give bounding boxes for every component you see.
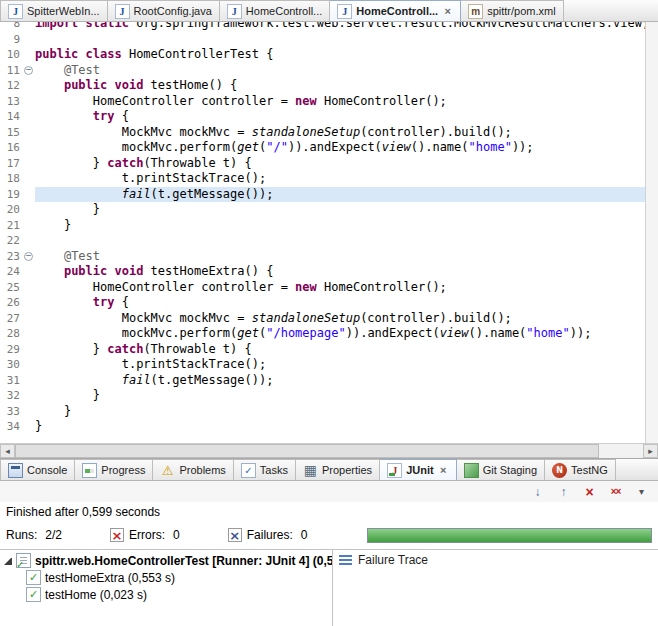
code-line[interactable]: 22 <box>0 233 645 249</box>
code-line[interactable]: 33 } <box>0 404 645 420</box>
fold-spacer <box>22 171 35 187</box>
code-line[interactable]: 8import static org.springframework.test.… <box>0 22 645 32</box>
fold-minus-icon[interactable] <box>24 66 33 75</box>
editor-tab[interactable]: SpitterWebIn... <box>0 0 108 21</box>
code-text: HomeController controller = new HomeCont… <box>35 280 645 296</box>
line-number: 32 <box>0 388 22 404</box>
overview-ruler[interactable] <box>645 22 658 443</box>
tab-label: Properties <box>322 464 372 476</box>
runs-value: 2/2 <box>45 528 62 542</box>
editor-tab[interactable]: RootConfig.java <box>108 0 220 21</box>
code-line[interactable]: 26 try { <box>0 295 645 311</box>
tab-label: Progress <box>101 464 145 476</box>
fold-spacer <box>22 295 35 311</box>
junit-counter-bar: Runs: 2/2 Errors: 0 Failures: 0 <box>0 521 658 549</box>
line-number: 19 <box>0 187 22 203</box>
java-icon <box>337 4 352 19</box>
code-text: mockMvc.perform(get("/")).andExpect(view… <box>35 140 645 156</box>
code-text: } <box>35 218 645 234</box>
line-number: 18 <box>0 171 22 187</box>
editor-horizontal-scrollbar[interactable] <box>0 443 658 458</box>
fold-minus-icon[interactable] <box>24 252 33 261</box>
line-number: 10 <box>0 47 22 63</box>
junit-progress-bar <box>367 528 652 543</box>
code-line[interactable]: 17 } catch(Throwable t) { <box>0 156 645 172</box>
editor-tabbar: SpitterWebIn...RootConfig.javaHomeContro… <box>0 0 658 22</box>
fold-spacer <box>22 280 35 296</box>
expand-arrow-icon[interactable] <box>4 557 12 565</box>
junit-icon <box>387 463 402 478</box>
editor-tab[interactable]: HomeControll... <box>220 0 330 21</box>
code-line[interactable]: 18 t.printStackTrace(); <box>0 171 645 187</box>
code-line[interactable]: 31 fail(t.getMessage()); <box>0 373 645 389</box>
code-line[interactable]: 9 <box>0 32 645 48</box>
code-line[interactable]: 25 HomeController controller = new HomeC… <box>0 280 645 296</box>
scrollbar-thumb[interactable] <box>15 444 599 458</box>
scroll-right-arrow-icon[interactable] <box>643 444 658 458</box>
test-suite-row[interactable]: spittr.web.HomeControllerTest [Runner: J… <box>0 552 332 569</box>
close-tab-icon[interactable] <box>438 465 449 476</box>
view-tab[interactable]: Git Staging <box>457 459 545 480</box>
code-line[interactable]: 30 t.printStackTrace(); <box>0 357 645 373</box>
remove-terminated-icon[interactable] <box>581 483 598 500</box>
next-failed-test-icon[interactable] <box>529 483 546 500</box>
remove-all-terminated-icon[interactable] <box>607 483 624 500</box>
eclipse-window: SpitterWebIn...RootConfig.javaHomeContro… <box>0 0 658 626</box>
editor-tab[interactable]: spittr/pom.xml <box>461 0 563 21</box>
test-result-row[interactable]: testHome (0,023 s) <box>0 586 332 603</box>
code-text <box>35 233 645 249</box>
code-line[interactable]: 28 mockMvc.perform(get("/homepage")).and… <box>0 326 645 342</box>
code-line[interactable]: 11 @Test <box>0 63 645 79</box>
view-tab[interactable]: Progress <box>75 459 153 480</box>
code-line[interactable]: 29 } catch(Throwable t) { <box>0 342 645 358</box>
code-line[interactable]: 14 try { <box>0 109 645 125</box>
scrollbar-track[interactable] <box>15 444 643 458</box>
code-line[interactable]: 32 } <box>0 388 645 404</box>
tab-label: Console <box>27 464 67 476</box>
junit-progress-fill <box>368 529 651 542</box>
line-number: 30 <box>0 357 22 373</box>
code-line[interactable]: 34} <box>0 419 645 435</box>
previous-failed-test-icon[interactable] <box>555 483 572 500</box>
fold-spacer <box>22 47 35 63</box>
code-line[interactable]: 24 public void testHomeExtra() { <box>0 264 645 280</box>
code-text: t.printStackTrace(); <box>35 357 645 373</box>
close-tab-icon[interactable] <box>442 6 453 17</box>
view-tab[interactable]: JUnit <box>380 459 457 480</box>
code-line[interactable]: 13 HomeController controller = new HomeC… <box>0 94 645 110</box>
tab-label: HomeControll... <box>356 5 438 17</box>
code-line[interactable]: 10public class HomeControllerTest { <box>0 47 645 63</box>
code-line[interactable]: 12 public void testHome() { <box>0 78 645 94</box>
view-tab[interactable]: Problems <box>153 459 233 480</box>
editor-tab[interactable]: HomeControll... <box>330 0 461 21</box>
line-number: 17 <box>0 156 22 172</box>
view-tab[interactable]: Console <box>0 459 75 480</box>
code-line[interactable]: 15 MockMvc mockMvc = standaloneSetup(con… <box>0 125 645 141</box>
view-tab[interactable]: Properties <box>296 459 380 480</box>
line-number: 20 <box>0 202 22 218</box>
failures-icon <box>228 528 242 542</box>
test-passed-icon <box>26 587 41 602</box>
junit-status-text: Finished after 0,599 seconds <box>0 502 658 521</box>
view-tab[interactable]: Tasks <box>234 459 296 480</box>
code-editor[interactable]: 8import static org.springframework.test.… <box>0 22 658 443</box>
view-tab[interactable]: TestNG <box>545 459 616 480</box>
line-number: 24 <box>0 264 22 280</box>
line-number: 26 <box>0 295 22 311</box>
fold-collapse-icon[interactable] <box>22 63 35 79</box>
maven-icon <box>468 4 483 19</box>
line-number: 11 <box>0 63 22 79</box>
fold-spacer <box>22 419 35 435</box>
fold-collapse-icon[interactable] <box>22 249 35 265</box>
test-suite-icon <box>16 553 31 568</box>
scroll-left-arrow-icon[interactable] <box>0 444 15 458</box>
view-menu-icon[interactable] <box>633 483 650 500</box>
code-line[interactable]: 23 @Test <box>0 249 645 265</box>
code-line[interactable]: 20 } <box>0 202 645 218</box>
code-line[interactable]: 19 fail(t.getMessage()); <box>0 187 645 203</box>
test-result-row[interactable]: testHomeExtra (0,553 s) <box>0 569 332 586</box>
code-line[interactable]: 27 MockMvc mockMvc = standaloneSetup(con… <box>0 311 645 327</box>
line-number: 12 <box>0 78 22 94</box>
code-line[interactable]: 21 } <box>0 218 645 234</box>
code-line[interactable]: 16 mockMvc.perform(get("/")).andExpect(v… <box>0 140 645 156</box>
